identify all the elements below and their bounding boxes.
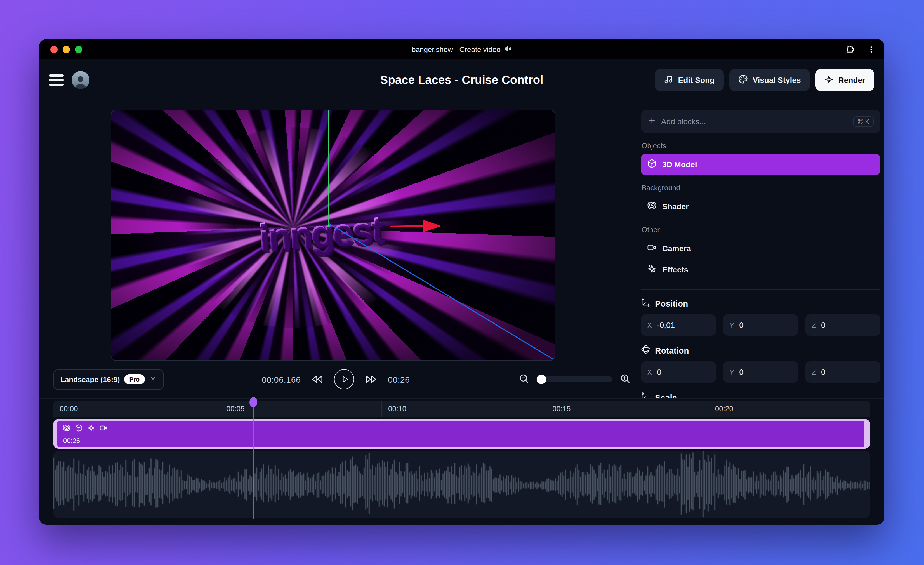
desktop-background: banger.show - Create video Space Laces - bbox=[0, 0, 924, 565]
cube-icon bbox=[75, 424, 83, 434]
spiral-icon bbox=[63, 424, 70, 434]
cube-icon bbox=[647, 159, 657, 170]
ruler-tick-label: 00:20 bbox=[715, 404, 733, 413]
gizmo-z-axis[interactable] bbox=[328, 223, 555, 360]
add-blocks-input[interactable]: Add blocks... ⌘ K bbox=[641, 110, 880, 133]
sparkles-icon bbox=[87, 424, 95, 434]
timeline-clip[interactable]: 00:26 bbox=[53, 419, 870, 449]
play-button[interactable] bbox=[334, 369, 354, 389]
ruler-tick-label: 00:05 bbox=[226, 404, 244, 413]
extensions-icon[interactable] bbox=[845, 45, 855, 54]
window-titlebar: banger.show - Create video bbox=[39, 39, 884, 59]
position-x-field[interactable]: X-0,01 bbox=[641, 314, 716, 336]
transport-controls: 00:06.166 00:26 bbox=[262, 369, 410, 389]
aspect-ratio-dropdown[interactable]: Landscape (16:9) Pro bbox=[53, 369, 164, 390]
chevron-down-icon bbox=[149, 375, 156, 384]
playhead-line bbox=[253, 402, 254, 518]
close-button[interactable] bbox=[50, 46, 58, 53]
video-preview-viewport[interactable]: inngest bbox=[111, 110, 555, 361]
playback-controls: Landscape (16:9) Pro 00:06.166 00:26 bbox=[53, 367, 630, 392]
timeline-ruler[interactable]: 00:0000:0500:1000:1500:20 bbox=[53, 401, 870, 417]
timeline-panel: 00:0000:0500:1000:1500:20 bbox=[39, 398, 884, 525]
plus-icon bbox=[648, 116, 656, 126]
position-inputs: X-0,01 Y0 Z0 bbox=[641, 314, 880, 336]
audio-waveform[interactable] bbox=[53, 451, 870, 518]
position-header: Position bbox=[641, 298, 880, 309]
camera-icon bbox=[99, 424, 107, 434]
sidebar-item-camera[interactable]: Camera bbox=[641, 238, 880, 259]
sparkle-icon bbox=[825, 75, 833, 85]
sidebar-item-3d-model[interactable]: 3D Model bbox=[641, 154, 880, 175]
menu-icon[interactable] bbox=[49, 74, 64, 86]
shortcut-badge: ⌘ K bbox=[853, 116, 874, 127]
position-y-field[interactable]: Y0 bbox=[723, 314, 798, 336]
rotation-inputs: X0 Y0 Z0 bbox=[641, 361, 880, 383]
window-title: banger.show - Create video bbox=[412, 45, 512, 54]
music-note-icon bbox=[664, 75, 673, 85]
app-window: banger.show - Create video Space Laces - bbox=[39, 39, 884, 525]
sidebar-item-shader[interactable]: Shader bbox=[641, 196, 880, 217]
ruler-tick-label: 00:00 bbox=[60, 404, 78, 413]
camera-icon bbox=[647, 243, 657, 254]
rewind-button[interactable] bbox=[312, 374, 323, 385]
ruler-gridline bbox=[220, 401, 220, 417]
ruler-gridline bbox=[382, 401, 382, 417]
visual-styles-button[interactable]: Visual Styles bbox=[729, 69, 810, 91]
inspector-sidebar: Add blocks... ⌘ K Objects 3D Model Backg… bbox=[641, 110, 880, 398]
minimize-button[interactable] bbox=[63, 46, 70, 53]
kebab-menu-icon[interactable] bbox=[867, 45, 875, 53]
clip-block-icons bbox=[63, 424, 107, 434]
ruler-gridline bbox=[708, 401, 709, 417]
ruler-tick-label: 00:10 bbox=[388, 404, 406, 413]
pro-badge: Pro bbox=[124, 374, 145, 384]
rotation-header: Rotation bbox=[641, 345, 880, 356]
fast-forward-button[interactable] bbox=[366, 374, 377, 385]
rotation-x-field[interactable]: X0 bbox=[641, 361, 716, 383]
zoom-out-icon[interactable] bbox=[519, 373, 529, 386]
zoom-slider[interactable] bbox=[536, 377, 612, 382]
zoom-slider-thumb[interactable] bbox=[537, 374, 546, 384]
spiral-icon bbox=[647, 201, 657, 212]
position-z-field[interactable]: Z0 bbox=[806, 314, 880, 336]
section-label-background: Background bbox=[642, 183, 880, 192]
section-label-objects: Objects bbox=[642, 141, 880, 150]
gizmo-x-axis[interactable] bbox=[390, 220, 441, 232]
scale-3d-icon bbox=[641, 392, 651, 398]
scale-header: Scale bbox=[641, 392, 880, 398]
rotate-3d-icon bbox=[641, 345, 651, 356]
duration-label: 00:26 bbox=[388, 374, 410, 384]
move-3d-icon bbox=[641, 298, 651, 309]
maximize-button[interactable] bbox=[75, 46, 82, 53]
clip-duration-label: 00:26 bbox=[63, 437, 80, 445]
speaker-emoji-icon bbox=[504, 45, 512, 54]
rotation-z-field[interactable]: Z0 bbox=[806, 361, 880, 383]
ruler-gridline bbox=[546, 401, 546, 417]
waveform-canvas bbox=[53, 451, 870, 518]
sparkles-icon bbox=[647, 264, 657, 275]
section-label-other: Other bbox=[642, 225, 880, 234]
page-title: Space Laces - Cruise Control bbox=[380, 73, 543, 87]
zoom-in-icon[interactable] bbox=[620, 373, 630, 386]
sidebar-divider bbox=[641, 289, 880, 290]
traffic-lights bbox=[50, 39, 82, 59]
current-time: 00:06.166 bbox=[262, 374, 301, 384]
avatar[interactable] bbox=[72, 71, 90, 89]
ruler-tick-label: 00:15 bbox=[552, 404, 570, 413]
transform-gizmo bbox=[111, 110, 555, 360]
render-button[interactable]: Render bbox=[816, 69, 874, 91]
edit-song-button[interactable]: Edit Song bbox=[655, 69, 724, 91]
app-header: Space Laces - Cruise Control Edit Song V… bbox=[39, 59, 884, 101]
palette-icon bbox=[738, 74, 747, 86]
timeline-zoom-controls bbox=[519, 373, 630, 386]
rotation-y-field[interactable]: Y0 bbox=[723, 361, 798, 383]
sidebar-item-effects[interactable]: Effects bbox=[641, 259, 880, 280]
